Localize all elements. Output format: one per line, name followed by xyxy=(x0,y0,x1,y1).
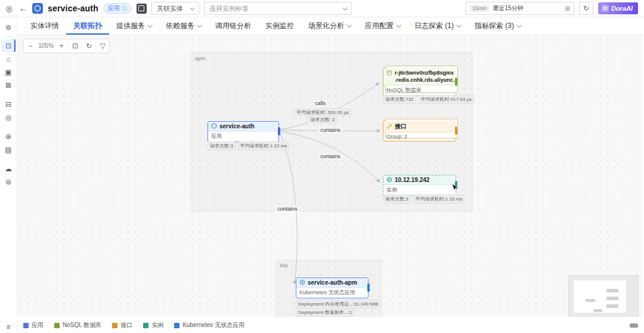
legend-bar: 应用 NoSQL 数据库 接口 实例 Kubernetes 无状态应用 xyxy=(17,317,644,333)
dora-logo-icon: D xyxy=(602,5,609,12)
host-icon[interactable]: ▣ xyxy=(1,66,16,78)
zoom-out-button[interactable]: − xyxy=(24,39,37,53)
node-handle[interactable] xyxy=(367,283,370,292)
tab-trace-analysis[interactable]: 调用链分析 xyxy=(208,17,258,35)
filter-icon[interactable]: ▽ xyxy=(96,39,109,53)
app-hexagon-icon xyxy=(211,123,217,129)
resize-handle[interactable] xyxy=(630,323,638,328)
report-icon[interactable]: ▤ xyxy=(1,143,16,156)
node-api-group[interactable]: 接口 Group: 2 xyxy=(383,121,456,141)
node-service-auth[interactable]: service-auth 应用 xyxy=(208,121,279,142)
back-button[interactable]: ← xyxy=(19,4,27,13)
node-redis-database[interactable]: r-j6c5wnv0nzfbp8sgmx .redis.cnhk.rds.ali… xyxy=(383,67,456,96)
node-metric-badge: Deployment 内存使用总...:31.149 MiB xyxy=(296,300,380,309)
legend-item-nosql: NoSQL 数据库 xyxy=(54,321,101,329)
home-icon[interactable]: ⌂ xyxy=(1,53,16,65)
database-cylinder-icon xyxy=(386,70,392,76)
node-metric-badge: 平均请求耗时:1.33 ms xyxy=(238,141,290,150)
node-handle[interactable] xyxy=(455,127,457,135)
fit-view-icon[interactable]: ⊡ xyxy=(69,39,82,53)
node-metric-badge: 平均请求耗时:417.93 μs xyxy=(419,95,475,104)
tab-metric-explore[interactable]: 指标探索 (3) xyxy=(467,17,528,35)
legend-swatch xyxy=(174,323,179,328)
refresh-button[interactable]: ↻ xyxy=(579,2,593,15)
chevron-down-icon xyxy=(197,23,202,28)
group-k8s-label: k8s xyxy=(280,263,288,269)
info-icon[interactable]: ⓘ xyxy=(122,5,127,13)
legend-swatch xyxy=(54,323,60,328)
entity-type-badge: 应用ⓘ xyxy=(103,3,132,14)
node-handle[interactable] xyxy=(455,78,457,86)
tab-app-config[interactable]: 应用配置 xyxy=(358,17,407,35)
zoom-in-button[interactable]: + xyxy=(55,39,68,53)
chevron-down-icon xyxy=(516,23,521,28)
monitor-icon[interactable]: ⊟ xyxy=(1,98,16,110)
dora-ai-button[interactable]: D DoraAI xyxy=(598,2,638,14)
edge-label-calls[interactable]: calls xyxy=(313,100,327,106)
calendar-icon: ⊞ xyxy=(565,5,570,12)
instance-tag-select[interactable]: 选择实例标签 xyxy=(204,2,352,15)
tab-log-explore[interactable]: 日志探索 (1) xyxy=(407,17,467,35)
globe-icon xyxy=(386,177,392,183)
layout-icon[interactable] xyxy=(137,4,147,14)
canvas-toolbar: − 105% + ⊡ ↻ ▽ xyxy=(23,39,110,53)
tab-instance-monitor[interactable]: 实例监控 xyxy=(258,17,301,35)
assistant-icon[interactable]: ◎ xyxy=(4,4,14,13)
page-title: service-auth xyxy=(48,4,98,13)
alarm-icon[interactable]: ⊠ xyxy=(1,79,16,91)
link-icon xyxy=(386,124,392,130)
cloud-icon[interactable]: ☁ xyxy=(1,162,16,175)
node-handle[interactable] xyxy=(278,127,280,135)
time-range-label: 最近15分钟 xyxy=(493,4,561,13)
node-metric-badge: 请求次数:3 xyxy=(383,195,411,204)
topology-scan-icon[interactable]: ⊡ xyxy=(1,39,16,52)
legend-item-app: 应用 xyxy=(23,321,44,329)
edge-label-contains[interactable]: contains xyxy=(275,206,299,212)
legend-swatch xyxy=(112,323,117,328)
time-range-tag: 15min xyxy=(470,5,490,12)
tab-scenario-analysis[interactable]: 场景化分析 xyxy=(301,17,358,35)
related-entity-dropdown[interactable]: 关联实体 xyxy=(151,2,199,15)
database-icon[interactable]: ⊜ xyxy=(1,175,16,188)
vertical-scrollbar[interactable] xyxy=(640,35,644,317)
mouse-cursor xyxy=(451,183,459,193)
node-instance-10-12-19-242[interactable]: 10.12.19.242 实例 xyxy=(383,175,456,196)
left-sidebar: ⊚ ⊡ ⌂ ▣ ⊠ ⊟ ◎ ⊛ ▤ ☁ ⊜ ≡ xyxy=(0,17,17,333)
minimap-viewport[interactable] xyxy=(574,280,626,313)
chevron-down-icon xyxy=(190,5,194,10)
menu-icon[interactable]: ≡ xyxy=(0,323,17,331)
tab-topology[interactable]: 关联拓扑 xyxy=(66,17,109,35)
chevron-down-icon xyxy=(456,23,461,28)
tab-bar: 实体详情 关联拓扑 提供服务 依赖服务 调用链分析 实例监控 场景化分析 应用配… xyxy=(17,17,644,35)
time-range-picker[interactable]: 15min 最近15分钟 ⊞ xyxy=(466,2,574,15)
node-metric-badge: 请求次数:732 xyxy=(383,95,416,104)
minimap[interactable] xyxy=(568,275,639,317)
legend-swatch xyxy=(143,323,148,328)
tab-entity-detail[interactable]: 实体详情 xyxy=(23,17,66,35)
globe-icon[interactable]: ◎ xyxy=(1,111,16,124)
app-window: ◎ ← service-auth 应用ⓘ 关联实体 选择实例标签 15min 最… xyxy=(0,0,644,333)
legend-item-k8s: Kubernetes 无状态应用 xyxy=(174,321,244,329)
group-apm-label: apm xyxy=(195,56,206,61)
tab-dependent-services[interactable]: 依赖服务 xyxy=(159,17,208,35)
kubernetes-icon xyxy=(299,279,305,285)
edge-label-contains[interactable]: contains xyxy=(318,127,342,133)
legend-item-api: 接口 xyxy=(112,321,132,329)
tab-provided-services[interactable]: 提供服务 xyxy=(109,17,159,35)
top-header: ◎ ← service-auth 应用ⓘ 关联实体 选择实例标签 15min 最… xyxy=(0,0,644,17)
node-service-auth-apm[interactable]: service-auth-apm Kubernetes 无状态应用 xyxy=(296,278,369,298)
chevron-down-icon xyxy=(147,23,152,28)
edge-label-contains[interactable]: contains xyxy=(318,153,342,159)
reload-graph-icon[interactable]: ↻ xyxy=(82,39,95,53)
chevron-down-icon xyxy=(346,23,351,28)
edge-stat: 请求次数: 2 xyxy=(308,115,338,123)
app-logo-icon xyxy=(32,3,43,14)
legend-item-instance: 实例 xyxy=(143,321,163,329)
topology-canvas[interactable]: − 105% + ⊡ ↻ ▽ apm k8s xyxy=(17,35,644,317)
node-metric-badge: Deployment 数量副本...:1 xyxy=(296,308,354,317)
legend-swatch xyxy=(23,323,29,328)
gear-icon[interactable]: ⊛ xyxy=(1,130,16,143)
compass-icon[interactable]: ⊚ xyxy=(1,21,16,33)
divider xyxy=(4,36,13,37)
chevron-down-icon xyxy=(342,5,347,10)
